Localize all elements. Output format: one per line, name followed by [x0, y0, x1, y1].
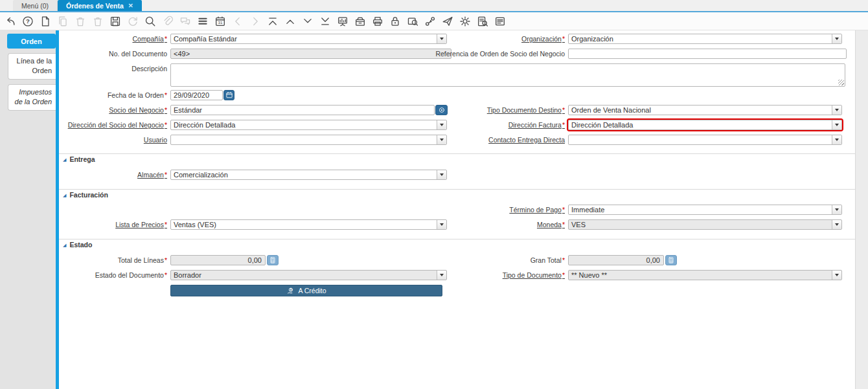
- required-asterisk: *: [165, 106, 167, 114]
- sidebar-tab-orden[interactable]: Orden: [7, 34, 56, 49]
- dir-socio-value: Dirección Detallada: [171, 120, 446, 129]
- chat-icon: [179, 16, 191, 27]
- grid-toggle-icon[interactable]: [197, 16, 209, 27]
- collapse-triangle-icon[interactable]: ◢: [63, 193, 66, 197]
- dir-factura-label[interactable]: Dirección Factura*: [508, 120, 565, 130]
- lista-precios-label[interactable]: Lista de Precios*: [115, 219, 167, 230]
- new-record-icon[interactable]: [40, 16, 51, 27]
- dir-factura-dropdown-button[interactable]: [832, 120, 841, 129]
- save-icon[interactable]: [109, 16, 121, 27]
- help-icon[interactable]: ?: [22, 16, 34, 27]
- send-mail-icon[interactable]: [442, 16, 453, 27]
- tab-menu[interactable]: Menú (0): [13, 0, 58, 11]
- calendar-icon[interactable]: 31: [214, 16, 226, 27]
- delete-selection-icon: [92, 16, 104, 27]
- first-record-icon[interactable]: [267, 16, 279, 27]
- almacen-dropdown-button[interactable]: [437, 170, 446, 179]
- label-text: Referencia de Orden de Socio del Negocio: [435, 50, 565, 58]
- referencia-field[interactable]: [568, 49, 847, 59]
- label-text: Dirección Factura: [508, 121, 562, 129]
- usuario-field[interactable]: [170, 135, 447, 145]
- termino-pago-field[interactable]: Immediate: [568, 205, 842, 215]
- label-text: Contacto Entrega Directa: [488, 136, 565, 144]
- section-title: Entrega: [69, 155, 95, 163]
- tab-ordenes-de-venta[interactable]: Órdenes de Venta✕: [58, 0, 142, 11]
- required-asterisk: *: [165, 91, 167, 99]
- fecha-orden-calendar-button[interactable]: [223, 90, 234, 100]
- moneda-label[interactable]: Moneda*: [537, 219, 565, 230]
- required-asterisk: *: [165, 121, 167, 129]
- dir-socio-label[interactable]: Dirección del Socio del Negocio*: [68, 120, 167, 130]
- section-header-facturacion[interactable]: ◢Facturación: [63, 191, 108, 199]
- almacen-label[interactable]: Almacén*: [137, 170, 167, 180]
- tipo-documento-field: ** Nuevo **: [568, 270, 842, 280]
- print-icon[interactable]: [372, 16, 383, 27]
- label-text: Compañía: [132, 35, 163, 43]
- dir-socio-dropdown-button[interactable]: [437, 120, 446, 129]
- previous-record-icon[interactable]: [284, 16, 296, 27]
- compania-field[interactable]: Compañía Estándar: [170, 34, 447, 44]
- termino-pago-dropdown-button[interactable]: [832, 205, 841, 214]
- collapse-triangle-icon[interactable]: ◢: [63, 243, 66, 247]
- gran-total-field: 0,00: [568, 255, 664, 265]
- usuario-label[interactable]: Usuario: [144, 135, 167, 145]
- total-lineas-label: Total de Líneas*: [118, 255, 167, 265]
- preferences-icon[interactable]: [459, 16, 471, 27]
- close-icon[interactable]: ✕: [128, 2, 133, 9]
- lista-precios-field[interactable]: Ventas (VES): [170, 219, 447, 230]
- label-text: Descripción: [131, 65, 167, 72]
- business-partner-info-button[interactable]: [435, 105, 448, 115]
- socio-label[interactable]: Socio del Negocio*: [109, 105, 167, 115]
- label-text: Almacén: [137, 171, 164, 179]
- dir-factura-value: Dirección Detallada: [569, 120, 841, 129]
- tipo-doc-destino-field[interactable]: Orden de Venta Nacional: [568, 105, 842, 115]
- tipo-documento-label[interactable]: Tipo de Documento*: [503, 270, 565, 280]
- tab-label: Menú (0): [21, 2, 49, 10]
- collapse-triangle-icon[interactable]: ◢: [63, 157, 66, 162]
- tipo-doc-destino-dropdown-button[interactable]: [832, 106, 841, 115]
- dir-socio-field[interactable]: Dirección Detallada: [170, 120, 447, 130]
- sidebar-tab-impuestos-de-la-orden[interactable]: Impuestos de la Orden: [8, 84, 56, 111]
- workflow-icon[interactable]: [424, 16, 436, 27]
- report-icon[interactable]: [477, 16, 488, 27]
- compania-dropdown-button[interactable]: [437, 34, 446, 43]
- next-record-icon[interactable]: [302, 16, 314, 27]
- required-asterisk: *: [562, 35, 565, 43]
- gran-total-calculator-button[interactable]: [665, 255, 677, 265]
- organizacion-dropdown-button[interactable]: [832, 34, 841, 43]
- organizacion-field[interactable]: Organización: [568, 34, 842, 44]
- contacto-label[interactable]: Contacto Entrega Directa: [488, 135, 565, 145]
- contacto-field[interactable]: [568, 135, 842, 145]
- required-asterisk: *: [562, 121, 565, 129]
- archive-icon[interactable]: [354, 16, 366, 27]
- lista-precios-dropdown-button[interactable]: [437, 220, 446, 229]
- dir-factura-field[interactable]: Dirección Detallada: [568, 120, 842, 130]
- zoom-across-icon[interactable]: [407, 16, 418, 27]
- delete-record-icon: [74, 16, 86, 27]
- find-icon[interactable]: [144, 16, 156, 27]
- section-header-estado[interactable]: ◢Estado: [63, 241, 92, 249]
- socio-field[interactable]: Estándar: [170, 105, 435, 115]
- tipo-doc-destino-label[interactable]: Tipo Documento Destino*: [487, 105, 565, 115]
- compania-label[interactable]: Compañía*: [132, 34, 167, 44]
- fecha-orden-label: Fecha de la Orden*: [108, 90, 167, 100]
- descripcion-field[interactable]: [170, 63, 845, 87]
- sidebar-tab-linea-de-la-orden[interactable]: Línea de la Orden: [8, 53, 56, 80]
- label-text: Moneda: [537, 221, 562, 228]
- credit-icon: $: [286, 287, 295, 295]
- fecha-orden-field[interactable]: 29/09/2020: [170, 90, 223, 100]
- window-help-icon[interactable]: [494, 16, 506, 27]
- almacen-field[interactable]: Comercialización: [170, 170, 447, 180]
- section-header-entrega[interactable]: ◢Entrega: [63, 155, 95, 163]
- detail-view-icon[interactable]: [337, 16, 348, 27]
- a-credito-button[interactable]: $A Crédito: [170, 285, 442, 296]
- back-icon[interactable]: [5, 16, 16, 27]
- last-record-icon[interactable]: [319, 16, 331, 27]
- lock-icon[interactable]: [389, 16, 401, 27]
- total-lineas-calculator-button[interactable]: [267, 255, 279, 265]
- usuario-dropdown-button[interactable]: [437, 135, 446, 144]
- contacto-dropdown-button[interactable]: [832, 135, 841, 144]
- termino-pago-label[interactable]: Término de Pago*: [509, 205, 565, 215]
- organizacion-label[interactable]: Organización*: [521, 34, 565, 44]
- resize-handle-icon[interactable]: [838, 80, 844, 85]
